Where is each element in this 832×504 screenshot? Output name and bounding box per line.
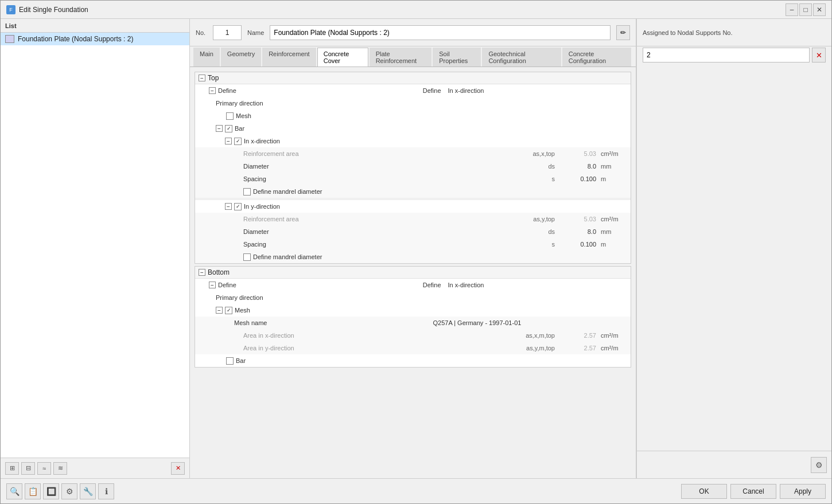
name-label: Name [247, 29, 264, 36]
tab-geometry[interactable]: Geometry [221, 48, 261, 67]
tab-content: − Top − Define Define In x-direction Pri… [190, 67, 636, 478]
top-y-mandrel-checkbox[interactable] [243, 253, 251, 261]
top-bar-checkbox[interactable] [225, 125, 232, 132]
top-x-spacing-row: Spacing s 0.100 m [195, 173, 631, 185]
assigned-input[interactable] [643, 48, 810, 62]
top-define-collapse[interactable]: − [209, 87, 216, 94]
top-x-mandrel-label: Define mandrel diameter [253, 188, 627, 195]
top-mesh-row[interactable]: Mesh [195, 110, 631, 122]
top-y-diameter-value: 8.0 [562, 228, 596, 235]
right-panel-content [637, 67, 831, 451]
top-y-reinforcement-label: Reinforcement area [243, 216, 511, 222]
top-y-checkbox[interactable] [234, 203, 242, 210]
footer-icon4[interactable]: ≋ [53, 462, 67, 475]
top-y-reinforcement-symbol: as,y,top [514, 216, 559, 222]
bottom-settings-btn[interactable]: ⚙ [61, 483, 77, 499]
minimize-button[interactable]: – [786, 3, 798, 16]
right-panel-footer-icon[interactable]: ⚙ [811, 457, 827, 473]
close-button[interactable]: ✕ [813, 3, 826, 16]
ok-button[interactable]: OK [681, 484, 727, 499]
left-panel-footer: ⊞ ⊟ ≈ ≋ ✕ [1, 458, 189, 478]
footer-icon2[interactable]: ⊟ [21, 462, 35, 475]
top-collapse-btn[interactable]: − [199, 75, 205, 81]
main-window: F Edit Single Foundation – □ ✕ List Foun… [0, 0, 832, 504]
bottom-search-btn[interactable]: 🔍 [6, 483, 22, 499]
name-input[interactable] [270, 25, 611, 40]
top-x-reinforcement-unit: cm²/m [598, 150, 627, 157]
bottom-bar-checkbox[interactable] [226, 357, 234, 365]
top-section-header[interactable]: − Top [195, 72, 631, 84]
top-x-diameter-value: 8.0 [562, 163, 596, 170]
tab-concrete-cover[interactable]: Concrete Cover [317, 48, 368, 67]
top-bar-collapse[interactable]: − [216, 125, 223, 132]
apply-button[interactable]: Apply [780, 484, 826, 499]
bottom-copy-btn[interactable]: 📋 [25, 483, 41, 499]
top-x-diameter-row: Diameter ds 8.0 mm [195, 160, 631, 173]
bottom-info-btn[interactable]: ℹ [98, 483, 114, 499]
title-bar-left: F Edit Single Foundation [6, 5, 88, 14]
bottom-mesh-checkbox[interactable] [225, 307, 232, 314]
maximize-button[interactable]: □ [799, 3, 812, 16]
window-title: Edit Single Foundation [19, 6, 88, 14]
bottom-section-header[interactable]: − Bottom [195, 267, 631, 279]
bottom-mesh-row[interactable]: − Mesh [195, 304, 631, 317]
top-y-direction-row[interactable]: − In y-direction [195, 200, 631, 213]
tabs-row: Main Geometry Reinforcement Concrete Cov… [190, 46, 636, 67]
bottom-select-btn[interactable]: 🔲 [43, 483, 59, 499]
top-mesh-checkbox[interactable] [226, 112, 234, 120]
footer-icon3[interactable]: ≈ [37, 462, 51, 475]
footer-delete-button[interactable]: ✕ [171, 462, 185, 475]
bottom-area-y-label: Area in y-direction [243, 345, 511, 351]
assigned-clear-button[interactable]: ✕ [812, 48, 826, 62]
top-x-mandrel-row[interactable]: Define mandrel diameter [195, 185, 631, 198]
top-x-direction-row[interactable]: − In x-direction [195, 135, 631, 147]
bottom-bar-left: 🔍 📋 🔲 ⚙ 🔧 ℹ [6, 483, 114, 499]
top-y-reinforcement-value: 5.03 [562, 216, 596, 222]
bottom-primary-direction-label: Primary direction [216, 294, 627, 301]
top-y-mandrel-row[interactable]: Define mandrel diameter [195, 251, 631, 263]
name-edit-button[interactable]: ✏ [616, 25, 630, 40]
top-y-diameter-label: Diameter [243, 228, 511, 235]
window-icon: F [6, 5, 15, 14]
list-item-label: Foundation Plate (Nodal Supports : 2) [18, 35, 133, 43]
top-y-spacing-label: Spacing [243, 241, 511, 248]
top-y-collapse[interactable]: − [225, 203, 232, 210]
no-value: 1 [226, 29, 230, 37]
tab-reinforcement[interactable]: Reinforcement [262, 48, 316, 67]
right-panel: Assigned to Nodal Supports No. ✕ ⚙ [636, 19, 831, 478]
tab-soil-properties[interactable]: Soil Properties [433, 48, 481, 67]
tab-main[interactable]: Main [193, 48, 220, 67]
bottom-bar-row[interactable]: Bar [195, 354, 631, 367]
bottom-bar-label: Bar [236, 357, 627, 364]
tab-geotechnical[interactable]: Geotechnical Configuration [482, 48, 561, 67]
list-item[interactable]: Foundation Plate (Nodal Supports : 2) [1, 33, 189, 45]
bottom-bar-right: OK Cancel Apply [681, 484, 826, 499]
top-x-reinforcement-symbol: as,x,top [514, 150, 559, 157]
bottom-define-collapse[interactable]: − [209, 282, 216, 288]
tab-concrete-config[interactable]: Concrete Configuration [562, 48, 631, 67]
top-x-collapse[interactable]: − [225, 138, 232, 144]
bottom-tool-btn[interactable]: 🔧 [80, 483, 96, 499]
cancel-button[interactable]: Cancel [730, 484, 776, 499]
title-bar: F Edit Single Foundation – □ ✕ [1, 1, 831, 19]
bottom-define-label: Define [218, 282, 398, 288]
top-section-label: Top [208, 74, 219, 82]
right-panel-footer: ⚙ [637, 451, 831, 478]
bottom-section: − Bottom − Define Define In x-direction … [195, 266, 631, 368]
bottom-area-y-symbol: as,y,m,top [514, 345, 559, 351]
list-item-icon [5, 35, 14, 43]
top-y-diameter-row: Diameter ds 8.0 mm [195, 225, 631, 238]
top-x-diameter-unit: mm [598, 163, 627, 170]
bottom-mesh-collapse[interactable]: − [216, 307, 223, 314]
top-x-checkbox[interactable] [234, 138, 242, 145]
center-panel: No. 1 Name ✏ Main Geometry Reinforcement… [190, 19, 636, 478]
top-x-diameter-symbol: ds [514, 163, 559, 170]
top-x-label: In x-direction [244, 138, 627, 144]
tab-plate-reinforcement[interactable]: Plate Reinforcement [370, 48, 432, 67]
top-bar-row[interactable]: − Bar [195, 122, 631, 135]
footer-icon1[interactable]: ⊞ [5, 462, 19, 475]
top-x-mandrel-checkbox[interactable] [243, 188, 251, 196]
bottom-area-y-row: Area in y-direction as,y,m,top 2.57 cm²/… [195, 342, 631, 354]
bottom-collapse-btn[interactable]: − [199, 269, 205, 276]
right-panel-header: Assigned to Nodal Supports No. [637, 19, 831, 46]
